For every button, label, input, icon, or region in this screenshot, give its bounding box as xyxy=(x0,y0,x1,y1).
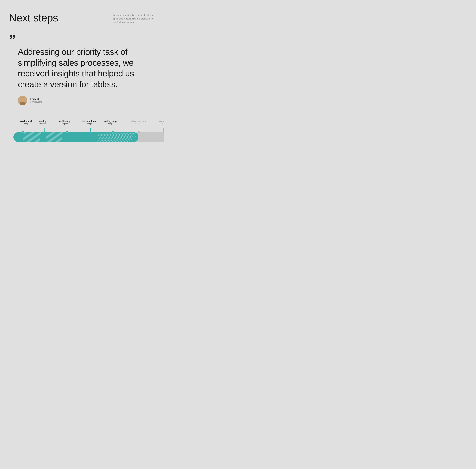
svg-point-52 xyxy=(22,132,24,133)
quote-mark: ” xyxy=(9,36,155,44)
svg-point-1 xyxy=(21,97,24,100)
tl-name-tablet: Tablet version xyxy=(131,120,146,122)
quote-section: ” Addressing our priority task of simpli… xyxy=(9,36,155,105)
tl-item-mobileapp: Mobile app Adaptive xyxy=(59,120,70,125)
avatar xyxy=(18,96,27,105)
svg-point-55 xyxy=(90,132,91,133)
tl-name-rdsolutions: RD Solutions xyxy=(82,120,96,122)
svg-point-56 xyxy=(112,132,114,133)
tl-sub-landingpage: Design xyxy=(107,122,113,125)
author-role: CIO Revanto xyxy=(30,100,42,103)
author-name: Emily C. xyxy=(30,98,42,100)
tl-item-testing: Testing Analysis xyxy=(39,120,47,125)
tl-name-landingpage: Landing page xyxy=(103,120,117,122)
tl-sub-mobileapp: Adaptive xyxy=(61,122,68,125)
author-info: Emily C. CIO Revanto xyxy=(30,98,42,103)
tl-name-testing: Testing xyxy=(39,120,47,122)
quote-author: Emily C. CIO Revanto xyxy=(18,96,155,105)
tl-item-landingpage: Landing page Design xyxy=(103,120,117,125)
page: Next steps Our next steps involve refini… xyxy=(0,0,164,162)
tl-sub-rdsolutions: Design xyxy=(86,122,92,125)
tl-name-web: Web xyxy=(159,120,164,122)
page-title: Next steps xyxy=(9,12,58,24)
svg-point-53 xyxy=(44,132,45,133)
timeline-section: Dashboard Design Testing Analysis Mobile… xyxy=(9,120,155,153)
header-description: Our next steps involve refining the desi… xyxy=(113,13,155,24)
timeline-container: Dashboard Design Testing Analysis Mobile… xyxy=(9,120,155,153)
tl-sub-dashboard: Design xyxy=(23,122,29,125)
tl-item-rdsolutions: RD Solutions Design xyxy=(82,120,96,125)
header-section: Next steps Our next steps involve refini… xyxy=(9,12,155,24)
tl-sub-web: Ad xyxy=(160,122,163,125)
tl-name-dashboard: Dashboard xyxy=(20,120,32,122)
tl-sub-tablet: Adaptive xyxy=(135,122,142,125)
tl-item-tablet: Tablet version Adaptive xyxy=(131,120,146,125)
tl-item-dashboard: Dashboard Design xyxy=(20,120,32,125)
quote-text: Addressing our priority task of simplify… xyxy=(18,47,155,90)
tl-sub-testing: Analysis xyxy=(39,122,46,125)
svg-point-54 xyxy=(66,132,68,133)
timeline-svg xyxy=(9,128,164,151)
svg-point-57 xyxy=(139,132,140,133)
tl-name-mobileapp: Mobile app xyxy=(59,120,70,122)
tl-item-web: Web Ad xyxy=(159,120,164,125)
